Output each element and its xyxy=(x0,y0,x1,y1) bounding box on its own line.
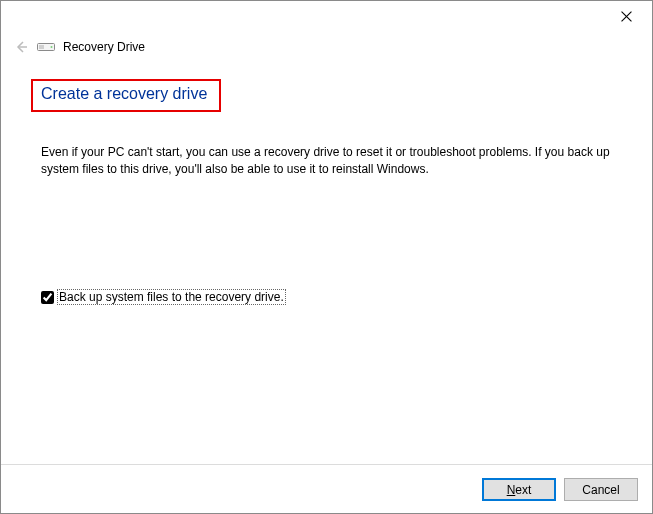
close-button[interactable] xyxy=(608,4,644,28)
wizard-header: Recovery Drive xyxy=(13,39,145,55)
back-arrow-icon xyxy=(13,39,29,55)
next-button-rest: ext xyxy=(515,483,531,497)
button-bar: Next Cancel xyxy=(482,478,638,501)
page-heading: Create a recovery drive xyxy=(41,85,207,103)
backup-checkbox-label[interactable]: Back up system files to the recovery dri… xyxy=(57,289,286,305)
svg-rect-4 xyxy=(39,45,44,49)
cancel-button[interactable]: Cancel xyxy=(564,478,638,501)
page-description: Even if your PC can't start, you can use… xyxy=(41,144,617,178)
backup-checkbox-row: Back up system files to the recovery dri… xyxy=(41,289,286,305)
svg-point-5 xyxy=(51,46,53,48)
divider xyxy=(1,464,652,465)
next-button[interactable]: Next xyxy=(482,478,556,501)
close-icon xyxy=(621,11,632,22)
drive-icon xyxy=(37,41,55,53)
backup-checkbox[interactable] xyxy=(41,291,54,304)
window-title: Recovery Drive xyxy=(63,40,145,54)
